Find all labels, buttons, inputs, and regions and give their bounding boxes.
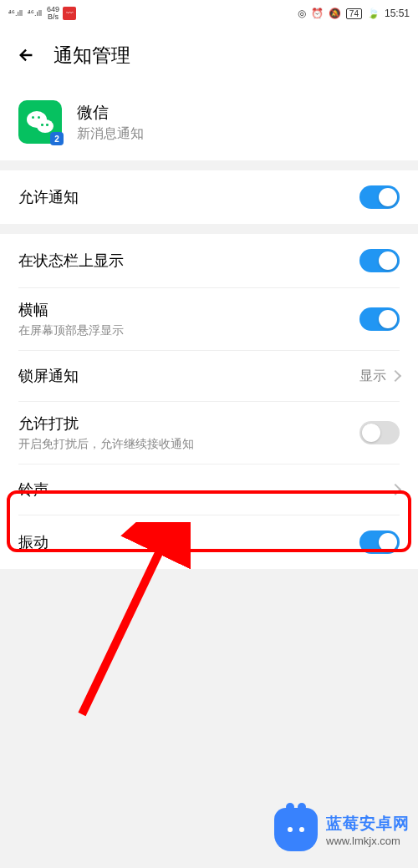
status-left: ⁴⁶.ıll ⁴⁶.ıll 649 B/s 〰	[8, 6, 76, 21]
toggle-allow-disturb[interactable]	[359, 421, 400, 444]
setting-ringtone[interactable]: 铃声	[0, 464, 418, 515]
wechat-app-icon: 2	[18, 100, 62, 144]
clock-time: 15:51	[385, 8, 410, 19]
mute-icon: 🔕	[329, 8, 341, 19]
setting-status-bar[interactable]: 在状态栏上显示	[0, 234, 418, 287]
watermark-title: 蓝莓安卓网	[326, 813, 410, 835]
toggle-banner[interactable]	[359, 307, 400, 331]
signal-4g-1: ⁴⁶.ıll	[8, 9, 23, 18]
toggle-vibrate[interactable]	[359, 530, 400, 554]
watermark: 蓝莓安卓网 www.lmkjx.com	[274, 808, 410, 851]
chevron-right-icon	[390, 370, 401, 382]
setting-vibrate[interactable]: 振动	[0, 515, 418, 569]
app-info-section: 2 微信 新消息通知	[0, 84, 418, 160]
back-button[interactable]	[17, 45, 37, 65]
battery-indicator: 74	[346, 8, 362, 19]
settings-group-main: 允许通知	[0, 170, 418, 224]
header: 通知管理	[0, 27, 418, 84]
app-name: 微信	[77, 102, 144, 124]
eye-icon: ◎	[298, 8, 306, 19]
network-speed: 649 B/s	[47, 6, 59, 21]
watermark-url: www.lmkjx.com	[326, 835, 410, 847]
setting-desc: 开启免打扰后，允许继续接收通知	[18, 437, 194, 452]
settings-group-details: 在状态栏上显示 横幅 在屏幕顶部悬浮显示 锁屏通知 显示 允许打扰 开启免打扰后…	[0, 234, 418, 569]
setting-label: 铃声	[18, 480, 48, 500]
setting-label: 振动	[18, 532, 48, 552]
setting-value: 显示	[359, 368, 386, 385]
leaf-icon: 🍃	[367, 8, 380, 19]
toggle-allow-notifications[interactable]	[359, 185, 400, 209]
app-subtitle: 新消息通知	[77, 125, 144, 143]
app-badge: 2	[50, 132, 64, 145]
watermark-logo	[274, 808, 318, 851]
status-bar: ⁴⁶.ıll ⁴⁶.ıll 649 B/s 〰 ◎ ⏰ 🔕 74 🍃 15:51	[0, 0, 418, 27]
setting-banner[interactable]: 横幅 在屏幕顶部悬浮显示	[0, 288, 418, 350]
signal-4g-2: ⁴⁶.ıll	[28, 9, 42, 18]
toggle-status-bar[interactable]	[359, 249, 400, 272]
setting-allow-disturb[interactable]: 允许打扰 开启免打扰后，允许继续接收通知	[0, 402, 418, 464]
chevron-right-icon	[390, 484, 401, 495]
setting-allow-notifications[interactable]: 允许通知	[0, 170, 418, 224]
setting-label: 允许打扰	[18, 414, 194, 434]
setting-lockscreen[interactable]: 锁屏通知 显示	[0, 351, 418, 401]
setting-label: 横幅	[18, 300, 124, 320]
market-icon: 〰	[63, 7, 76, 20]
status-right: ◎ ⏰ 🔕 74 🍃 15:51	[298, 8, 410, 19]
alarm-icon: ⏰	[311, 8, 324, 19]
setting-label: 在状态栏上显示	[18, 251, 124, 271]
setting-label: 允许通知	[18, 187, 79, 207]
setting-label: 锁屏通知	[18, 366, 79, 386]
page-title: 通知管理	[54, 43, 130, 69]
setting-desc: 在屏幕顶部悬浮显示	[18, 323, 124, 338]
